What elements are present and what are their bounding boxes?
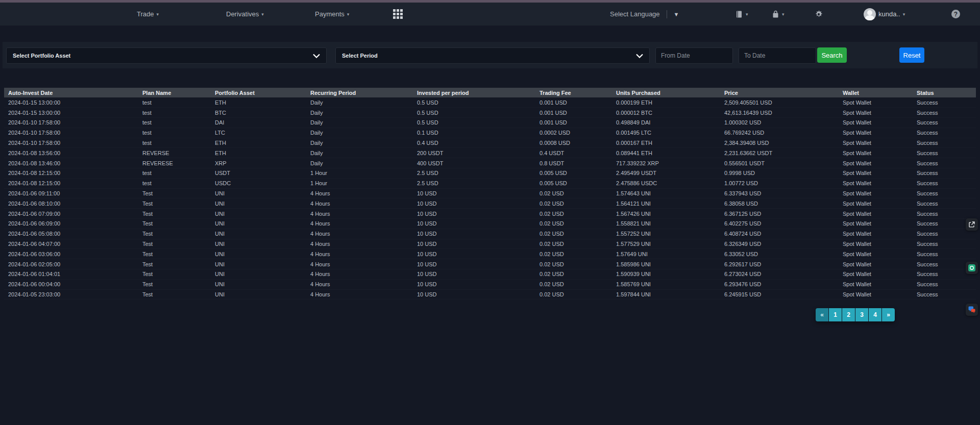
pagination-page-1[interactable]: 1 — [829, 308, 842, 321]
cell: 2,231.63662 USDT — [720, 148, 839, 158]
cell: 6.292617 USD — [720, 259, 839, 269]
cell: Spot Wallet — [839, 289, 913, 299]
pagination: «1234» — [816, 308, 895, 321]
cell: Spot Wallet — [839, 198, 913, 209]
cell: 0.000199 ETH — [612, 97, 720, 108]
cell: 10 USD — [413, 259, 535, 269]
cell: 0.5 USD — [413, 118, 535, 128]
table-row: 2024-01-10 17:58:00testLTCDaily0.1 USD0.… — [4, 128, 976, 138]
table-row: 2024-01-06 05:08:00TestUNI4 Hours10 USD0… — [4, 229, 976, 239]
help-button[interactable]: ? — [951, 3, 960, 26]
cell: 6.273024 USD — [720, 269, 839, 280]
cell: 0.8 USDT — [535, 158, 612, 168]
cell: USDT — [211, 168, 306, 179]
table-row: 2024-01-06 08:10:00TestUNI4 Hours10 USD0… — [4, 198, 976, 209]
cell: test — [138, 168, 211, 179]
cell: Spot Wallet — [839, 209, 913, 219]
cell: 0.5 USD — [413, 97, 535, 108]
cell: 0.02 USD — [535, 198, 612, 209]
cell: 1.564121 UNI — [612, 198, 720, 209]
livechat-widget-button[interactable] — [966, 304, 978, 316]
cell: 42,613.16439 USD — [720, 108, 839, 118]
cell: 2.5 USD — [413, 178, 535, 188]
cell: 2024-01-08 12:15:00 — [4, 178, 138, 188]
top-navigation-bar: Trade ▾ Derivatives ▾ Payments ▾ Select … — [0, 3, 980, 26]
cell: Success — [913, 279, 976, 289]
cell: Test — [138, 209, 211, 219]
table-row: 2024-01-08 13:46:00REVERESEXRPDaily400 U… — [4, 158, 976, 168]
cell: 2024-01-06 08:10:00 — [4, 198, 138, 209]
pagination-prev-button[interactable]: « — [816, 308, 828, 321]
cell: Spot Wallet — [839, 97, 913, 108]
nav-item-trade[interactable]: Trade ▾ — [137, 3, 159, 26]
reset-button[interactable]: Reset — [899, 47, 924, 63]
table-row: 2024-01-10 17:58:00testDAIDaily0.5 USD0.… — [4, 118, 976, 128]
cell: 0.02 USD — [535, 219, 612, 229]
table-row: 2024-01-15 13:00:00testBTCDaily0.5 USD0.… — [4, 108, 976, 118]
table-body: 2024-01-15 13:00:00testETHDaily0.5 USD0.… — [4, 97, 976, 299]
cell: Spot Wallet — [839, 188, 913, 198]
cell: 10 USD — [413, 188, 535, 198]
cell: UNI — [211, 259, 306, 269]
cell: 6.337943 USD — [720, 188, 839, 198]
column-header: Status — [913, 88, 976, 97]
pagination-page-3[interactable]: 3 — [855, 308, 868, 321]
orders-menu[interactable]: ▾ — [735, 3, 748, 26]
cell: 2,384.39408 USD — [720, 138, 839, 148]
settings-button[interactable] — [815, 3, 823, 26]
cell: 2024-01-08 13:46:00 — [4, 158, 138, 168]
nav-item-derivatives[interactable]: Derivatives ▾ — [226, 3, 264, 26]
cell: UNI — [211, 209, 306, 219]
cell: Test — [138, 229, 211, 239]
cell: 10 USD — [413, 279, 535, 289]
cell: 2024-01-05 23:03:00 — [4, 289, 138, 299]
nav-item-payments[interactable]: Payments ▾ — [315, 3, 349, 26]
cell: test — [138, 97, 211, 108]
assets-menu[interactable]: ▾ — [772, 3, 785, 26]
cell: 6.326349 USD — [720, 239, 839, 249]
cell: 0.001 USD — [535, 108, 612, 118]
chevron-down-icon: ▾ — [782, 12, 785, 17]
apps-grid-icon[interactable] — [393, 3, 403, 26]
nav-item-trade-label: Trade — [137, 10, 154, 18]
cell: 0.02 USD — [535, 249, 612, 259]
cell: 2024-01-06 01:04:01 — [4, 269, 138, 280]
table-row: 2024-01-05 23:03:00TestUNI4 Hours10 USD0… — [4, 289, 976, 299]
table-row: 2024-01-15 13:00:00testETHDaily0.5 USD0.… — [4, 97, 976, 108]
portfolio-asset-select[interactable]: Select Portfolio Asset — [6, 47, 327, 64]
cell: 1 Hour — [306, 168, 413, 179]
cell: UNI — [211, 188, 306, 198]
column-header: Units Purchased — [612, 88, 720, 97]
cell: 0.5 USD — [413, 108, 535, 118]
to-date-field — [739, 47, 816, 64]
user-menu[interactable]: kunda.. ▾ — [864, 3, 905, 26]
cell: 4 Hours — [306, 239, 413, 249]
search-button[interactable]: Search — [817, 47, 847, 63]
cell: Spot Wallet — [839, 138, 913, 148]
period-select[interactable]: Select Period — [335, 47, 650, 64]
cell: 0.089441 ETH — [612, 148, 720, 158]
cell: test — [138, 128, 211, 138]
cell: 6.402275 USD — [720, 219, 839, 229]
cell: Spot Wallet — [839, 259, 913, 269]
cell: Success — [913, 289, 976, 299]
to-date-input[interactable] — [744, 52, 811, 59]
from-date-input[interactable] — [661, 52, 727, 59]
cell: 1.597844 UNI — [612, 289, 720, 299]
pagination-next-button[interactable]: » — [882, 308, 895, 321]
language-selector[interactable]: Select Language ▼ — [610, 3, 679, 26]
cell: Spot Wallet — [839, 239, 913, 249]
pagination-page-2[interactable]: 2 — [842, 308, 855, 321]
share-widget-button[interactable] — [966, 218, 978, 231]
cell: Spot Wallet — [839, 168, 913, 179]
cell: 2024-01-06 02:05:00 — [4, 259, 138, 269]
cell: 0.001 USD — [535, 97, 612, 108]
pagination-page-4[interactable]: 4 — [869, 308, 881, 321]
cell: 4 Hours — [306, 198, 413, 209]
cell: 4 Hours — [306, 289, 413, 299]
cell: 2024-01-06 05:08:00 — [4, 229, 138, 239]
support-widget-button[interactable] — [966, 262, 978, 274]
cell: 2024-01-06 09:11:00 — [4, 188, 138, 198]
cell: Spot Wallet — [839, 158, 913, 168]
cell: 1.585986 UNI — [612, 259, 720, 269]
